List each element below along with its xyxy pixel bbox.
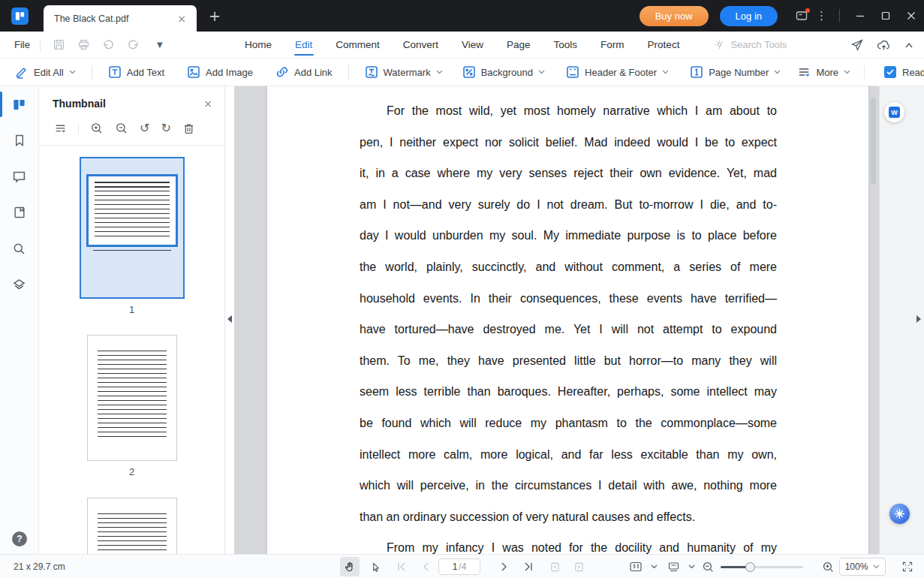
document-line[interactable]: the world, plainly, succinctly, and with…	[360, 251, 777, 283]
document-line[interactable]: intellect more calm, more logical, and f…	[360, 439, 777, 471]
tab-page[interactable]: Page	[507, 32, 531, 58]
background-button[interactable]: Background	[462, 65, 545, 79]
tab-close-icon[interactable]: ×	[174, 12, 189, 26]
document-viewport[interactable]: For the most wild, yet most homely narra…	[234, 86, 879, 554]
page-view-chevron-icon[interactable]	[644, 555, 664, 578]
add-link-button[interactable]: Add Link	[275, 65, 333, 79]
document-line[interactable]: them. To me, they have presented little …	[360, 345, 777, 377]
sidebar-item-comment[interactable]	[0, 158, 38, 194]
cloud-upload-icon[interactable]	[877, 38, 891, 52]
document-line[interactable]: which will perceive, in the circumstance…	[360, 470, 777, 501]
sidebar-item-search[interactable]	[0, 230, 38, 266]
fit-width-button[interactable]	[664, 555, 683, 578]
page-thumbnail-1[interactable]	[80, 157, 185, 299]
sidebar-item-bookmark[interactable]	[0, 122, 38, 158]
customize-toolbar-icon[interactable]: ▼	[151, 36, 169, 54]
toolbar-divider	[92, 65, 92, 79]
thumbnail-options-icon[interactable]	[54, 122, 67, 135]
hand-tool-button[interactable]	[340, 557, 360, 576]
window-maximize-button[interactable]	[873, 0, 898, 32]
document-line[interactable]: seem less terrible than baroques. Hereaf…	[360, 376, 777, 408]
document-line[interactable]: than an ordinary succession of very natu…	[360, 501, 777, 533]
document-line[interactable]: day I would unburden my soul. My immedia…	[360, 220, 777, 251]
viewport-indicator[interactable]	[86, 174, 178, 247]
document-line[interactable]: be found which will reduce my phantasm t…	[360, 408, 777, 439]
collapse-panel-arrow-icon[interactable]	[227, 315, 232, 323]
document-line[interactable]: From my infancy I was noted for the doci…	[360, 532, 777, 554]
zoom-out-button[interactable]	[698, 555, 718, 578]
more-button[interactable]: More	[797, 65, 850, 79]
buy-now-button[interactable]: Buy now	[640, 6, 709, 26]
next-page-button[interactable]	[494, 555, 513, 578]
collapse-toolbar-icon[interactable]	[904, 41, 914, 50]
tab-view[interactable]: View	[462, 32, 483, 58]
tab-tools[interactable]: Tools	[554, 32, 578, 58]
document-line[interactable]: am I not—and very surely do I not dream.…	[360, 189, 777, 221]
sidebar-item-attachment[interactable]	[0, 194, 38, 230]
zoom-in-button[interactable]	[818, 555, 838, 578]
tab-edit[interactable]: Edit	[295, 32, 312, 58]
background-label: Background	[481, 67, 533, 78]
sidebar-item-thumbnail[interactable]	[0, 86, 38, 122]
tab-comment[interactable]: Comment	[336, 32, 380, 58]
help-button[interactable]: ?	[0, 531, 39, 546]
zoom-slider[interactable]	[721, 566, 803, 568]
kebab-menu-icon[interactable]: ⋮	[816, 9, 827, 23]
first-page-button[interactable]	[392, 555, 411, 578]
expand-panel-arrow-icon[interactable]	[916, 315, 921, 323]
fullscreen-button[interactable]	[898, 555, 917, 578]
ai-assistant-button[interactable]	[889, 504, 910, 524]
convert-to-word-button[interactable]: W	[884, 102, 904, 122]
zoom-out-thumbnail-icon[interactable]	[115, 122, 128, 135]
window-close-button[interactable]	[898, 0, 924, 32]
add-text-button[interactable]: Add Text	[108, 65, 164, 79]
search-tools-field[interactable]: Search Tools	[714, 39, 787, 50]
tab-home[interactable]: Home	[245, 32, 272, 58]
zoom-level-select[interactable]: 100%	[839, 558, 886, 576]
previous-view-icon[interactable]	[545, 555, 564, 578]
page-thumbnail-3[interactable]	[87, 498, 177, 554]
page-thumbnail-2[interactable]	[87, 335, 177, 461]
undo-icon[interactable]	[100, 36, 118, 54]
document-tab[interactable]: The Black Cat.pdf ×	[44, 5, 197, 32]
select-tool-button[interactable]	[366, 555, 385, 578]
vertical-scrollbar[interactable]	[871, 98, 876, 184]
document-line[interactable]: pen, I neither expect nor solicit belief…	[360, 127, 777, 158]
document-line[interactable]: it, in a case where my very senses rejec…	[360, 158, 777, 189]
notification-icon[interactable]	[792, 6, 811, 26]
previous-page-button[interactable]	[416, 555, 435, 578]
print-icon[interactable]	[75, 36, 93, 54]
save-icon[interactable]	[50, 36, 68, 54]
document-line[interactable]: For the most wild, yet most homely narra…	[360, 95, 777, 127]
add-image-button[interactable]: Add Image	[187, 65, 253, 79]
page-number-button[interactable]: Page Number	[690, 65, 781, 79]
rotate-right-icon[interactable]: ↻	[161, 122, 170, 134]
document-line[interactable]: have tortured—have destroyed me. Yet I w…	[360, 314, 777, 345]
file-menu[interactable]: File	[14, 39, 30, 50]
pdf-page[interactable]: For the most wild, yet most homely narra…	[267, 86, 868, 554]
share-icon[interactable]	[850, 38, 864, 52]
zoom-slider-handle[interactable]	[745, 562, 755, 572]
edit-all-button[interactable]: Edit All	[14, 65, 76, 80]
page-number-input[interactable]: 1 /4	[438, 558, 480, 575]
new-tab-icon[interactable]: +	[209, 9, 221, 23]
panel-close-icon[interactable]: ×	[203, 98, 212, 110]
page-number-label-2: 2	[129, 466, 134, 477]
sidebar-item-layers[interactable]	[0, 266, 38, 303]
rotate-left-icon[interactable]: ↺	[140, 122, 149, 134]
tab-convert[interactable]: Convert	[403, 32, 438, 58]
actual-size-button[interactable]	[626, 555, 646, 578]
log-in-button[interactable]: Log in	[720, 6, 778, 26]
zoom-in-thumbnail-icon[interactable]	[90, 122, 104, 135]
document-line[interactable]: household events. In their consequences,…	[360, 283, 777, 315]
read-checkbox-icon[interactable]	[884, 66, 896, 78]
tab-protect[interactable]: Protect	[648, 32, 680, 58]
redo-icon[interactable]	[125, 36, 143, 54]
tab-form[interactable]: Form	[600, 32, 625, 58]
delete-page-icon[interactable]	[182, 122, 195, 135]
next-view-icon[interactable]	[569, 555, 588, 578]
watermark-button[interactable]: Watermark	[365, 65, 443, 79]
window-minimize-button[interactable]	[847, 0, 873, 32]
header-footer-button[interactable]: Header & Footer	[566, 65, 669, 79]
last-page-button[interactable]	[518, 555, 537, 578]
